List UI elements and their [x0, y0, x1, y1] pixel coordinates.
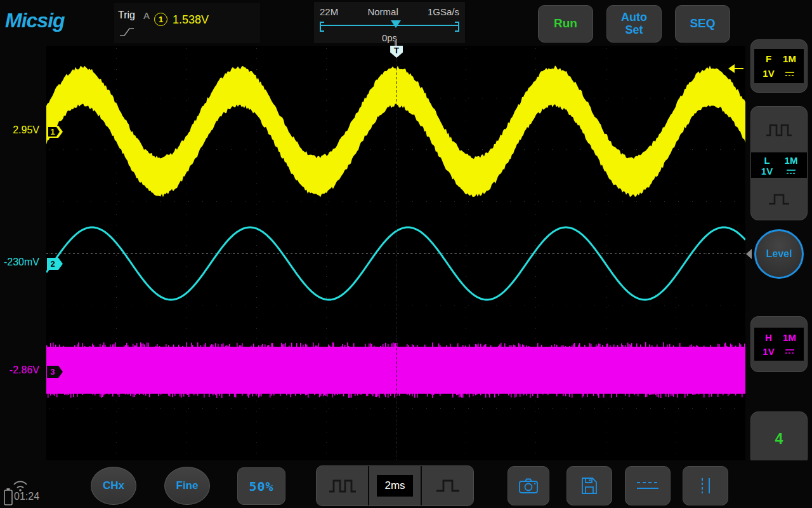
ch3-settings-display: H 1M 1V — [754, 328, 804, 361]
level-knob-label: Level — [766, 248, 792, 260]
pulse-single-icon — [434, 478, 462, 494]
sample-rate: 1GSa/s — [428, 6, 459, 17]
horizontal-cursors-button[interactable] — [625, 466, 671, 505]
trigger-delay-value: 0ps — [314, 32, 465, 43]
fifty-percent-button[interactable]: 50% — [237, 467, 285, 505]
trigger-level-arrow-icon[interactable] — [728, 64, 744, 74]
bottom-toolbar: 01:24 CHx Fine 50% 2ms — [0, 460, 812, 508]
chx-label: CHx — [103, 479, 124, 492]
ch3-scale-label: -2.86V — [0, 364, 39, 376]
trigger-delay-slider[interactable] — [320, 20, 459, 31]
pulse-double-icon — [765, 122, 793, 137]
brand-logo: Micsig — [5, 9, 65, 32]
ch3-scale: 1V — [763, 346, 774, 357]
timebase-shrink-button[interactable] — [751, 192, 807, 206]
ch1-settings-display: F 1M 1V — [754, 49, 804, 83]
trigger-level-value: 1.538V — [173, 13, 209, 27]
ch1-scale: 1V — [763, 68, 774, 79]
rising-edge-icon — [119, 26, 134, 37]
timebase-slower-button[interactable] — [317, 466, 368, 505]
ch2-marker-number: 2 — [47, 258, 58, 270]
fine-button[interactable]: Fine — [164, 467, 210, 505]
ch1-settings-card[interactable]: F 1M 1V — [750, 39, 808, 93]
seq-button[interactable]: SEQ — [675, 5, 730, 43]
fifty-percent-label: 50% — [249, 479, 273, 494]
waveform-plot: T 1 2 3 — [46, 46, 745, 460]
camera-icon — [518, 477, 539, 495]
timebase-control-group: 2ms — [316, 465, 474, 506]
ch2-impedance: 1M — [785, 155, 798, 166]
waveform-canvas — [46, 46, 745, 460]
run-button[interactable]: Run — [538, 5, 593, 43]
dc-coupling-icon — [784, 348, 796, 354]
save-button[interactable] — [566, 466, 612, 505]
slider-position-marker[interactable] — [391, 20, 401, 28]
dc-coupling-icon — [785, 168, 797, 175]
run-label: Run — [554, 17, 577, 30]
fine-label: Fine — [176, 479, 199, 492]
timebase-faster-button[interactable] — [421, 466, 473, 505]
timebase-value[interactable]: 2ms — [377, 475, 412, 497]
horizontal-cursors-icon — [634, 478, 662, 494]
level-knob[interactable]: Level — [754, 229, 804, 279]
timebase-value-button[interactable]: 2ms — [368, 466, 421, 505]
wifi-icon — [11, 478, 29, 492]
knob-pointer-icon — [746, 249, 752, 259]
trigger-source-badge: 1 — [154, 13, 167, 26]
ch3-settings-card[interactable]: H 1M 1V — [750, 316, 808, 372]
ch2-scale: 1V — [761, 166, 773, 177]
vertical-cursors-icon — [694, 476, 717, 495]
ch3-marker-number: 3 — [47, 366, 58, 378]
slider-right-bracket — [455, 22, 459, 32]
slider-left-bracket — [320, 22, 324, 32]
ch3-impedance: 1M — [783, 332, 796, 343]
trigger-top-tick — [395, 41, 397, 46]
channel-4-label: 4 — [775, 431, 783, 448]
memory-depth: 22M — [320, 6, 338, 17]
ch2-settings-card: L 1M 1V — [750, 106, 808, 220]
screenshot-button[interactable] — [508, 466, 549, 505]
ch3-position-marker[interactable]: 3 — [47, 366, 63, 378]
seq-label: SEQ — [690, 17, 715, 30]
ch2-scale-label: -230mV — [0, 257, 39, 268]
dc-coupling-icon — [784, 70, 796, 77]
ch1-impedance: 1M — [783, 53, 796, 64]
floppy-save-icon — [580, 476, 599, 495]
battery-time: 01:24 — [14, 491, 39, 502]
ch2-settings-display: L 1M 1V — [751, 152, 807, 178]
ch1-marker-number: 1 — [47, 126, 58, 138]
trigger-status-panel[interactable]: Trig A 1 1.538V — [114, 3, 260, 43]
ch2-position-letter: L — [764, 155, 769, 166]
acquire-mode: Normal — [367, 6, 398, 17]
auto-set-label: AutoSet — [621, 11, 647, 37]
battery-icon — [3, 487, 14, 506]
ch3-position-letter: H — [765, 332, 772, 343]
ch1-position-letter: F — [766, 53, 771, 64]
ch1-scale-label: 2.95V — [0, 124, 39, 136]
vertical-cursors-button[interactable] — [683, 466, 728, 505]
slider-track — [320, 25, 459, 26]
chx-button[interactable]: CHx — [91, 467, 136, 505]
pulse-single-icon — [766, 192, 792, 206]
timebase-expand-button[interactable] — [751, 122, 807, 137]
pulse-double-icon — [328, 478, 357, 494]
acquisition-panel: 22M Normal 1GSa/s 0ps — [314, 2, 465, 43]
trigger-mode: A — [143, 10, 150, 21]
trigger-label: Trig — [118, 10, 135, 21]
auto-set-button[interactable]: AutoSet — [606, 5, 662, 43]
channel-4-button[interactable]: 4 — [750, 411, 808, 466]
ch1-position-marker[interactable]: 1 — [47, 126, 63, 138]
ch2-position-marker[interactable]: 2 — [47, 258, 63, 270]
